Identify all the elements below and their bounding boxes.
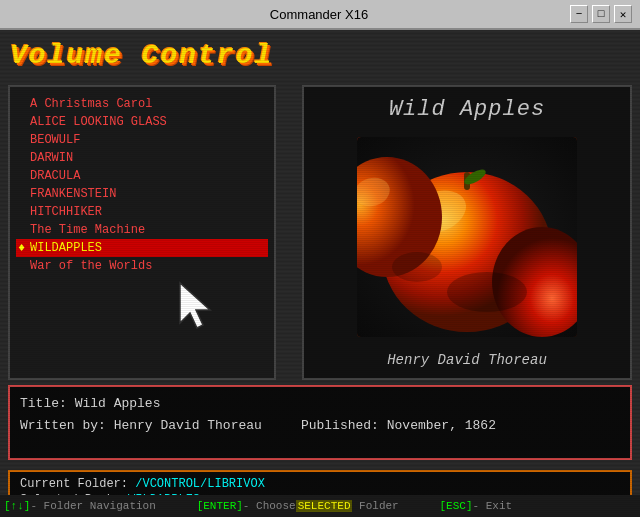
book-item-hitchhiker[interactable]: HITCHHIKER [16, 203, 268, 221]
book-item-dracula[interactable]: DRACULA [16, 167, 268, 185]
nav-arrow-key: [↑↓] [4, 500, 30, 512]
nav-arrow-desc: - Folder Navigation [30, 500, 155, 512]
nav-folder-label2: Folder [359, 500, 399, 512]
book-item-beowulf[interactable]: BEOWULF [16, 131, 268, 149]
close-button[interactable]: ✕ [614, 5, 632, 23]
book-item-darwin[interactable]: DARWIN [16, 149, 268, 167]
book-cover-title: Wild Apples [389, 97, 545, 122]
book-list-panel[interactable]: A Christmas CarolALICE LOOKING GLASSBEOW… [8, 85, 276, 380]
window-title: Commander X16 [68, 7, 570, 22]
nav-folder-label [352, 500, 359, 512]
book-cover-author: Henry David Thoreau [387, 352, 547, 368]
info-title-line: Title: Wild Apples [20, 393, 620, 415]
svg-point-9 [447, 272, 527, 312]
info-published-value2: November, 1862 [387, 418, 496, 433]
svg-marker-0 [180, 283, 210, 328]
nav-selected-label: SELECTED [296, 500, 353, 512]
info-title-label: Title: [20, 396, 67, 411]
nav-enter-desc: - Choose [243, 500, 296, 512]
nav-sep-2 [405, 497, 434, 515]
book-item-alice-looking-glass[interactable]: ALICE LOOKING GLASS [16, 113, 268, 131]
cursor-icon [175, 278, 220, 333]
book-item-wildapples[interactable]: WILDAPPLES [16, 239, 268, 257]
maximize-button[interactable]: □ [592, 5, 610, 23]
nav-esc-desc: - Exit [473, 500, 513, 512]
info-written-value2: Henry David Thoreau [114, 418, 262, 433]
info-author-line: Written by: Henry David Thoreau Publishe… [20, 415, 620, 437]
book-item-christmas-carol[interactable]: A Christmas Carol [16, 95, 268, 113]
svg-point-10 [392, 252, 442, 282]
status-folder-label: Current Folder: [20, 477, 128, 491]
book-item-frankenstein[interactable]: FRANKENSTEIN [16, 185, 268, 203]
minimize-button[interactable]: − [570, 5, 588, 23]
nav-arrow-section: [↑↓] - Folder Navigation [4, 500, 156, 512]
title-bar: Commander X16 − □ ✕ [0, 0, 640, 30]
nav-sep-1 [162, 497, 191, 515]
window-controls: − □ ✕ [570, 5, 632, 23]
nav-esc-key: [ESC] [440, 500, 473, 512]
nav-enter-key: [ENTER] [197, 500, 243, 512]
app-area: Volume Control A Christmas CarolALICE LO… [0, 30, 640, 517]
info-panel: Title: Wild Apples Written by: Henry Dav… [8, 385, 632, 460]
book-cover-image [357, 137, 577, 337]
info-written-label: Written by: [20, 418, 106, 433]
app-title: Volume Control [10, 40, 273, 71]
nav-esc-section: [ESC] - Exit [440, 500, 513, 512]
book-cover-panel: Wild Apples [302, 85, 632, 380]
status-folder-line: Current Folder: /VCONTROL/LIBRIVOX [20, 476, 620, 492]
nav-enter-section: [ENTER] - Choose SELECTED Folder [197, 500, 399, 512]
info-published-spacer [270, 418, 293, 433]
info-published-label: Published: [301, 418, 379, 433]
status-folder-value2: /VCONTROL/LIBRIVOX [135, 477, 265, 491]
nav-bar: [↑↓] - Folder Navigation [ENTER] - Choos… [0, 495, 640, 517]
info-title-value2: Wild Apples [75, 396, 161, 411]
book-item-time-machine[interactable]: The Time Machine [16, 221, 268, 239]
book-item-war-of-worlds[interactable]: War of the Worlds [16, 257, 268, 275]
